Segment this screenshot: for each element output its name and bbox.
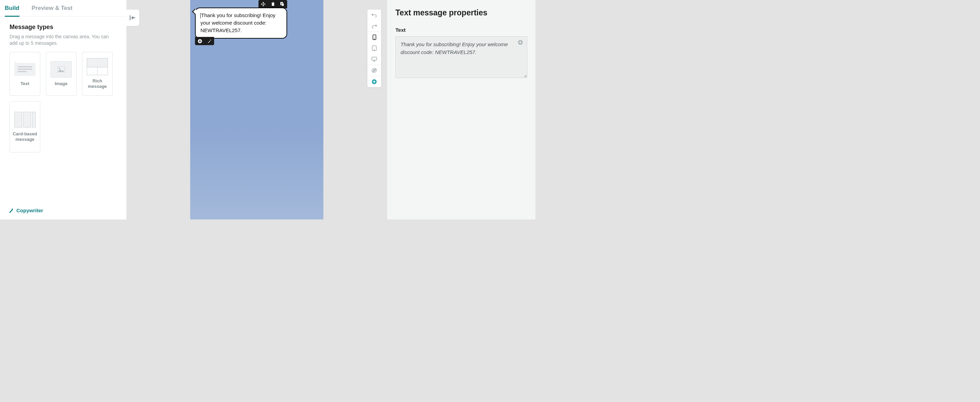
- message-type-tiles: Text Image Rich message: [10, 52, 117, 152]
- section-title: Message types: [10, 24, 117, 31]
- desktop-icon: [372, 57, 377, 62]
- text-message-bubble[interactable]: Thank you for subscribing! Enjoy your we…: [195, 8, 287, 38]
- device-mobile-button[interactable]: [368, 32, 381, 43]
- redo-icon: [372, 24, 377, 29]
- svg-point-13: [374, 49, 374, 50]
- text-label: Text: [395, 27, 527, 33]
- svg-rect-4: [272, 3, 274, 6]
- add-button[interactable]: [195, 37, 205, 45]
- left-panel: Build Preview & Test Message types Drag …: [0, 0, 126, 219]
- text-input[interactable]: [395, 36, 527, 78]
- plus-circle-icon: [372, 79, 377, 85]
- tile-image[interactable]: Image: [46, 52, 76, 96]
- tab-build[interactable]: Build: [5, 5, 19, 16]
- cards-glyph-icon: [14, 112, 35, 128]
- tablet-icon: [372, 45, 377, 51]
- bubble-below-bar: [195, 37, 214, 45]
- move-icon: [261, 2, 265, 6]
- text-glyph-icon: [14, 61, 35, 78]
- tile-text[interactable]: Text: [10, 52, 40, 96]
- device-tablet-button[interactable]: [368, 43, 381, 54]
- magic-wand-icon: [8, 208, 14, 213]
- text-cursor: [200, 13, 201, 18]
- undo-button[interactable]: [368, 10, 381, 21]
- delete-button[interactable]: [268, 0, 278, 8]
- tab-preview-test[interactable]: Preview & Test: [32, 5, 73, 16]
- add-element-button[interactable]: [368, 76, 381, 87]
- undo-icon: [372, 13, 377, 18]
- svg-point-1: [59, 68, 60, 69]
- eye-off-icon: [372, 68, 377, 73]
- tile-rich-message[interactable]: Rich message: [82, 52, 113, 96]
- image-glyph-icon: [51, 61, 72, 78]
- tile-label: Card-based message: [11, 131, 38, 142]
- copywriter-button[interactable]: Copywriter: [0, 203, 126, 219]
- trash-icon: [271, 2, 275, 6]
- copy-icon: [280, 2, 285, 6]
- copywriter-label: Copywriter: [16, 207, 43, 213]
- svg-rect-14: [372, 57, 377, 60]
- phone-preview: Thank you for subscribing! Enjoy your we…: [190, 0, 323, 219]
- plus-circle-icon: [198, 39, 202, 43]
- properties-panel: Text message properties Text: [387, 0, 535, 219]
- section-desc: Drag a message into the canvas area. You…: [10, 34, 117, 46]
- sidebar-body: Message types Drag a message into the ca…: [0, 17, 126, 203]
- canvas-tool-rail: [368, 10, 381, 87]
- plus-circle-icon: [518, 40, 523, 45]
- properties-title: Text message properties: [395, 8, 527, 18]
- tile-label: Image: [55, 81, 68, 86]
- tile-card-based-message[interactable]: Card-based message: [10, 101, 40, 152]
- magic-wand-icon: [207, 39, 212, 43]
- tile-label: Rich message: [84, 78, 111, 89]
- canvas-area[interactable]: Thank you for subscribing! Enjoy your we…: [126, 0, 387, 219]
- insert-variable-button[interactable]: [518, 40, 523, 45]
- redo-button[interactable]: [368, 21, 381, 32]
- duplicate-button[interactable]: [278, 0, 287, 8]
- text-field-wrap: [395, 36, 527, 79]
- svg-rect-5: [272, 2, 274, 3]
- magic-button[interactable]: [205, 37, 214, 45]
- mobile-icon: [372, 35, 376, 40]
- svg-rect-8: [282, 3, 284, 6]
- visibility-toggle-button[interactable]: [368, 65, 381, 76]
- move-button[interactable]: [258, 0, 268, 8]
- message-bubble-wrap: Thank you for subscribing! Enjoy your we…: [195, 8, 287, 38]
- tile-label: Text: [21, 81, 29, 86]
- tabs: Build Preview & Test: [0, 0, 126, 17]
- svg-rect-3: [272, 3, 275, 3]
- bubble-action-bar: [258, 0, 287, 8]
- device-desktop-button[interactable]: [368, 54, 381, 65]
- rich-glyph-icon: [87, 59, 108, 75]
- bubble-text: Thank you for subscribing! Enjoy your we…: [200, 12, 275, 33]
